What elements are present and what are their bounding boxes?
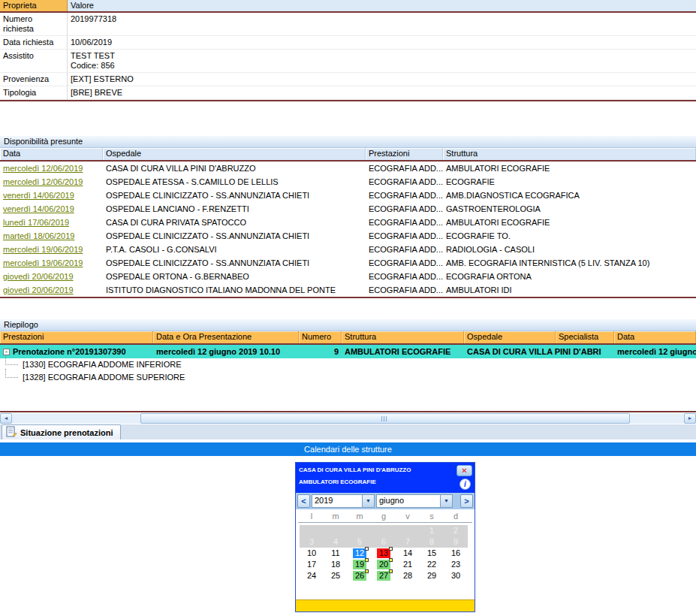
availability-marker [365,547,369,551]
column-header-ospedale[interactable]: Ospedale [464,331,556,343]
booking-title: Prenotazione n°20191307390 [13,347,126,356]
column-header-struttura[interactable]: Struttura [443,148,696,160]
column-header-data[interactable]: Data [0,148,103,160]
calendar-day[interactable]: 24 [300,570,324,581]
column-header-prestazioni[interactable]: Prestazioni [0,331,153,343]
availability-hospital: OSPEDALE CLINICIZZATO - SS.ANNUNZIATA CH… [103,231,366,240]
dropdown-arrow-icon[interactable]: ▼ [440,495,452,507]
availability-row[interactable]: giovedì 20/06/2019 OSPEDALE ORTONA - G.B… [0,270,696,283]
availability-service: ECOGRAFIA ADD... [366,191,443,200]
horizontal-scrollbar[interactable]: ◄ ► [0,412,696,424]
property-value: [BRE] BREVE [68,86,696,100]
calendar-day[interactable]: 30 [444,570,468,581]
calendar-day[interactable]: 16 [444,548,468,559]
availability-date-link[interactable]: giovedì 20/06/2019 [3,272,74,281]
calendar-day[interactable]: 18 [324,559,348,570]
column-header-data[interactable]: Data [614,331,696,343]
next-month-button[interactable]: > [460,494,473,508]
calendar-day[interactable]: 28 [396,570,420,581]
calendar-day[interactable]: 10 [300,548,324,559]
tree-collapse-icon[interactable]: - [3,349,10,355]
availability-hospital: CASA DI CURA PRIVATA SPATOCCO [103,218,366,227]
column-header-struttura[interactable]: Struttura [342,331,464,343]
availability-row[interactable]: venerdì 14/06/2019 OSPEDALE CLINICIZZATO… [0,189,696,202]
calendar-day: 4 [324,536,348,548]
calendar-day[interactable]: 12 [348,548,372,559]
calendar-day[interactable]: 26 [348,570,372,581]
tab-situazione-prenotazioni[interactable]: Situazione prenotazioni [2,424,121,439]
scroll-right-button[interactable]: ► [684,413,696,424]
availability-date-link[interactable]: mercoledì 12/06/2019 [3,164,83,173]
availability-row[interactable]: martedì 18/06/2019 OSPEDALE CLINICIZZATO… [0,229,696,243]
availability-row[interactable]: mercoledì 19/06/2019 P.T.A. CASOLI - G.C… [0,243,696,256]
availability-date-link[interactable]: lunedì 17/06/2019 [3,218,69,227]
calendar-day[interactable]: 25 [324,570,348,581]
availability-date-link[interactable]: mercoledì 12/06/2019 [3,177,83,186]
column-header-data-ora[interactable]: Data e Ora Presentazione [153,331,299,343]
availability-date-link[interactable]: venerdì 14/06/2019 [3,204,74,213]
calendar-day[interactable]: 21 [396,559,420,570]
close-button[interactable]: ✕ [456,465,472,476]
calendar-day[interactable]: 15 [420,548,444,559]
calendar-day [372,525,396,536]
weekday-header-row: l m m g v s d [298,512,472,523]
dropdown-arrow-icon[interactable]: ▼ [362,495,374,507]
property-value: TEST TEST Codice: 856 [68,50,696,73]
calendar-day[interactable]: 14 [396,548,420,559]
calendar-day[interactable]: 29 [420,570,444,581]
availability-marker [389,569,393,573]
weekday-header: v [396,512,420,522]
column-header-prestazioni[interactable]: Prestazioni [366,148,443,160]
booking-row[interactable]: -Prenotazione n°20191307390 mercoledì 12… [0,345,696,358]
service-item[interactable]: [1330] ECOGRAFIA ADDOME INFERIORE [0,358,696,371]
calendar-day[interactable]: 20 [372,559,396,570]
availability-hospital: OSPEDALE CLINICIZZATO - SS.ANNUNZIATA CH… [103,258,366,267]
calendar-day[interactable]: 27 [372,570,396,581]
calendar-week-row: 24 25 26 27 28 29 30 [300,570,475,581]
prev-month-button[interactable]: < [297,494,310,508]
availability-row[interactable]: lunedì 17/06/2019 CASA DI CURA PRIVATA S… [0,216,696,229]
availability-date-link[interactable]: venerdì 14/06/2019 [3,191,74,200]
column-header-specialista[interactable]: Specialista [556,331,614,343]
availability-row[interactable]: mercoledì 12/06/2019 CASA DI CURA VILLA … [0,162,696,175]
calendar-day: 2 [444,525,468,536]
structures-calendar-banner: Calendari delle strutture [0,442,696,456]
availability-row[interactable]: mercoledì 19/06/2019 OSPEDALE CLINICIZZA… [0,256,696,270]
availability-date-link[interactable]: giovedì 20/06/2019 [3,285,74,294]
calendar-day [324,525,348,536]
service-item[interactable]: [1328] ECOGRAFIA ADDOME SUPERIORE [0,371,696,384]
availability-row[interactable]: giovedì 20/06/2019 ISTITUTO DIAGNOSTICO … [0,283,696,297]
property-row: Data richiesta 10/06/2019 [0,36,696,50]
booking-date: mercoledì 12 giugno [614,347,696,356]
info-button[interactable]: i [459,479,471,490]
availability-date-link[interactable]: martedì 18/06/2019 [3,231,74,240]
calendar-week-row: 1 2 [300,525,475,536]
calendar-day[interactable]: 22 [420,559,444,570]
month-select[interactable]: giugno ▼ [376,494,453,508]
scroll-left-button[interactable]: ◄ [0,413,12,424]
availability-service: ECOGRAFIA ADD... [366,285,443,294]
column-header-numero[interactable]: Numero [299,331,342,343]
scroll-thumb[interactable] [140,413,630,424]
availability-row[interactable]: mercoledì 12/06/2019 OSPEDALE ATESSA - S… [0,175,696,189]
calendar-day[interactable]: 17 [300,559,324,570]
availability-service: ECOGRAFIA ADD... [366,272,443,281]
availability-marker [389,547,393,551]
availability-row[interactable]: venerdì 14/06/2019 OSPEDALE LANCIANO - F… [0,202,696,216]
calendar-day[interactable]: 19 [348,559,372,570]
calendar-day[interactable]: 23 [444,559,468,570]
calendar-day[interactable]: 11 [324,548,348,559]
year-select[interactable]: 2019 ▼ [312,494,375,508]
availability-hospital: OSPEDALE ATESSA - S.CAMILLO DE LELLIS [103,177,366,186]
availability-date-link[interactable]: mercoledì 19/06/2019 [3,258,83,267]
column-header-ospedale[interactable]: Ospedale [103,148,366,160]
booking-number: 9 [299,347,342,356]
calendar-day[interactable]: 13 [372,548,396,559]
scroll-track[interactable] [13,413,683,424]
calendar-day: 7 [396,536,420,548]
weekday-header: g [372,512,396,522]
availability-date-link[interactable]: mercoledì 19/06/2019 [3,245,83,254]
calendar-day: 5 [348,536,372,548]
calendar-day: 8 [420,536,444,548]
calendar-day [300,525,324,536]
